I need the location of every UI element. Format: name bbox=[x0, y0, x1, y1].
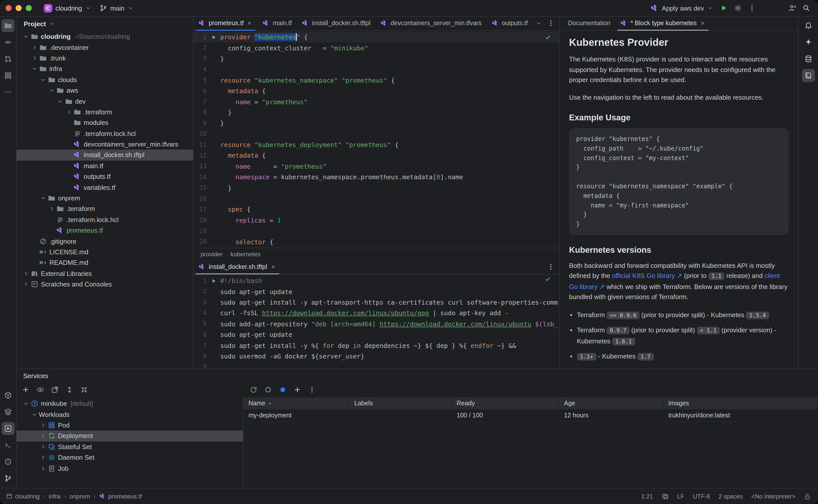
tree-item-terraform-lock-hcl[interactable]: .terraform.lock.hcl bbox=[17, 214, 193, 225]
tab-devcontainers-server-min-tfvars[interactable]: devcontainers_server_min.tfvars bbox=[376, 16, 487, 30]
pull-requests-button[interactable] bbox=[2, 52, 15, 65]
tree-item-minikube[interactable]: minikube[default] bbox=[17, 398, 243, 409]
split-editor[interactable]: 1#!/bin/bash2sudo apt-get update3sudo ap… bbox=[193, 274, 559, 369]
notifications-button[interactable] bbox=[802, 19, 815, 32]
tree-item-install-docker-sh-tftpl[interactable]: install_docker.sh.tftpl bbox=[17, 150, 193, 161]
tree-item-readme-md[interactable]: MREADME.md bbox=[17, 257, 193, 268]
version-control-button[interactable] bbox=[2, 472, 15, 485]
tree-item-prometeus-tf[interactable]: prometeus.tf bbox=[17, 225, 193, 236]
tree-item-terraform[interactable]: .terraform bbox=[17, 204, 193, 214]
inspections-ok-icon[interactable] bbox=[544, 34, 551, 41]
close-icon[interactable] bbox=[700, 20, 706, 26]
chevron-right-icon[interactable] bbox=[39, 465, 47, 472]
tab-documentation[interactable]: Documentation bbox=[563, 16, 616, 30]
tab-block-type-kubernetes[interactable]: * Block type kubernetes bbox=[616, 16, 711, 30]
tab-main-tf[interactable]: main.tf bbox=[258, 16, 297, 30]
status-crumb-cloudring[interactable]: cloudring bbox=[6, 493, 40, 500]
run-config-selector[interactable]: Apply aws dev bbox=[647, 3, 717, 14]
breadcrumb-item-provider[interactable]: provider bbox=[200, 250, 223, 258]
tree-item-modules[interactable]: modules bbox=[17, 117, 193, 128]
add-service-button[interactable] bbox=[19, 383, 32, 396]
chevron-down-icon[interactable] bbox=[47, 87, 56, 94]
chevron-right-icon[interactable] bbox=[22, 270, 30, 277]
tree-item-infra[interactable]: infra bbox=[17, 63, 193, 74]
tree-item-workloads[interactable]: Workloads bbox=[17, 409, 243, 420]
main-editor[interactable]: 1provider "kubernetes" {2 config_context… bbox=[193, 31, 559, 248]
branch-selector[interactable]: main bbox=[95, 3, 137, 14]
chevron-right-icon[interactable] bbox=[39, 454, 47, 461]
tree-item-main-tf[interactable]: main.tf bbox=[17, 160, 193, 171]
documentation-button[interactable] bbox=[802, 69, 815, 82]
tree-item-variables-tf[interactable]: variables.tf bbox=[17, 182, 193, 193]
chevron-right-icon[interactable] bbox=[39, 422, 47, 428]
status-crumb-prometeus-tf[interactable]: prometeus.tf bbox=[99, 493, 142, 500]
more-actions-button[interactable] bbox=[745, 2, 759, 15]
tree-item-gitignore[interactable]: .gitignore bbox=[17, 236, 193, 247]
add-account-button[interactable] bbox=[786, 2, 799, 15]
column-header-age[interactable]: Age bbox=[559, 397, 663, 409]
more-button[interactable] bbox=[306, 383, 319, 396]
tree-item-pod[interactable]: Pod bbox=[17, 420, 243, 431]
column-header-ready[interactable]: Ready bbox=[452, 397, 559, 409]
tree-item-terraform-lock-hcl[interactable]: .terraform.lock.hcl bbox=[17, 128, 193, 139]
column-header-name[interactable]: Name bbox=[244, 397, 349, 409]
tab-list-button[interactable] bbox=[533, 18, 544, 29]
dependencies-button[interactable] bbox=[2, 389, 15, 402]
terminal-button[interactable] bbox=[2, 439, 15, 452]
maximize-window-button[interactable] bbox=[26, 5, 32, 11]
tree-item-deployment[interactable]: Deployment bbox=[17, 430, 243, 441]
tab-outputs-tf[interactable]: outputs.tf bbox=[487, 16, 533, 30]
docker-button[interactable] bbox=[2, 405, 15, 418]
tree-item-scratches-and-consoles[interactable]: Scratches and Consoles bbox=[17, 279, 193, 290]
chevron-right-icon[interactable] bbox=[64, 109, 73, 115]
run-line-icon[interactable] bbox=[211, 278, 217, 284]
tree-item-onprem[interactable]: onprem bbox=[17, 193, 193, 204]
tree-item-clouds[interactable]: clouds bbox=[17, 74, 193, 85]
tree-item-aws[interactable]: aws bbox=[17, 85, 193, 96]
watch-button[interactable] bbox=[276, 383, 289, 396]
ai-assistant-button[interactable] bbox=[802, 36, 815, 49]
run-line-icon[interactable] bbox=[211, 34, 217, 40]
chevron-down-icon[interactable] bbox=[30, 66, 39, 72]
status-crumb-onprem[interactable]: onprem bbox=[69, 493, 90, 500]
tree-item-license-md[interactable]: MLICENSE.md bbox=[17, 247, 193, 258]
table-row[interactable]: my-deployment100 / 10012 hourstrukhinyur… bbox=[244, 409, 818, 422]
stop-watch-button[interactable] bbox=[262, 383, 275, 396]
tree-item-cloudring[interactable]: cloudring~/Sources/cloudring bbox=[17, 31, 193, 42]
close-icon[interactable] bbox=[270, 264, 276, 270]
statusbar-file-writable[interactable] bbox=[804, 493, 811, 500]
statusbar-python-interpreter[interactable]: <No interpreter> bbox=[751, 493, 795, 500]
collapse-all-button[interactable] bbox=[78, 383, 91, 396]
chevron-right-icon[interactable] bbox=[30, 55, 39, 61]
structure-button[interactable] bbox=[2, 69, 15, 82]
chevron-right-icon[interactable] bbox=[39, 444, 47, 450]
tree-item-terraform[interactable]: .terraform bbox=[17, 106, 193, 117]
statusbar-layout[interactable] bbox=[662, 493, 669, 500]
minimize-window-button[interactable] bbox=[16, 5, 22, 11]
chevron-right-icon[interactable] bbox=[30, 44, 39, 51]
tree-item-trunk[interactable]: .trunk bbox=[17, 53, 193, 64]
tab-install-docker-sh-tftpl[interactable]: install_docker.sh.tftpl bbox=[297, 16, 376, 30]
settings-button[interactable] bbox=[731, 2, 744, 15]
run-button[interactable] bbox=[717, 2, 730, 15]
more-tool-windows-button[interactable] bbox=[2, 86, 15, 99]
editor-options-button[interactable] bbox=[545, 261, 556, 272]
chevron-right-icon[interactable] bbox=[39, 433, 47, 439]
close-window-button[interactable] bbox=[6, 5, 12, 11]
statusbar-indentation[interactable]: 2 spaces bbox=[719, 493, 743, 500]
status-crumb-infra[interactable]: infra bbox=[49, 493, 60, 500]
column-header-images[interactable]: Images bbox=[663, 397, 818, 409]
expand-all-button[interactable] bbox=[63, 383, 76, 396]
view-options-button[interactable] bbox=[34, 383, 47, 396]
tab-prometeus-tf[interactable]: prometeus.tf bbox=[193, 16, 258, 30]
close-icon[interactable] bbox=[247, 20, 253, 26]
tree-item-external-libraries[interactable]: External Libraries bbox=[17, 268, 193, 279]
commit-button[interactable] bbox=[2, 36, 15, 49]
refresh-button[interactable] bbox=[247, 383, 260, 396]
tree-item-devcontainers-server-min-tfvars[interactable]: devcontainers_server_min.tfvars bbox=[17, 139, 193, 150]
tree-item-devcontainer[interactable]: .devcontainer bbox=[17, 42, 193, 53]
statusbar-caret-position[interactable]: 1:21 bbox=[641, 493, 653, 500]
database-button[interactable] bbox=[802, 52, 815, 65]
services-panel-header[interactable]: Services bbox=[17, 369, 818, 382]
inspections-ok-icon[interactable] bbox=[544, 275, 551, 282]
